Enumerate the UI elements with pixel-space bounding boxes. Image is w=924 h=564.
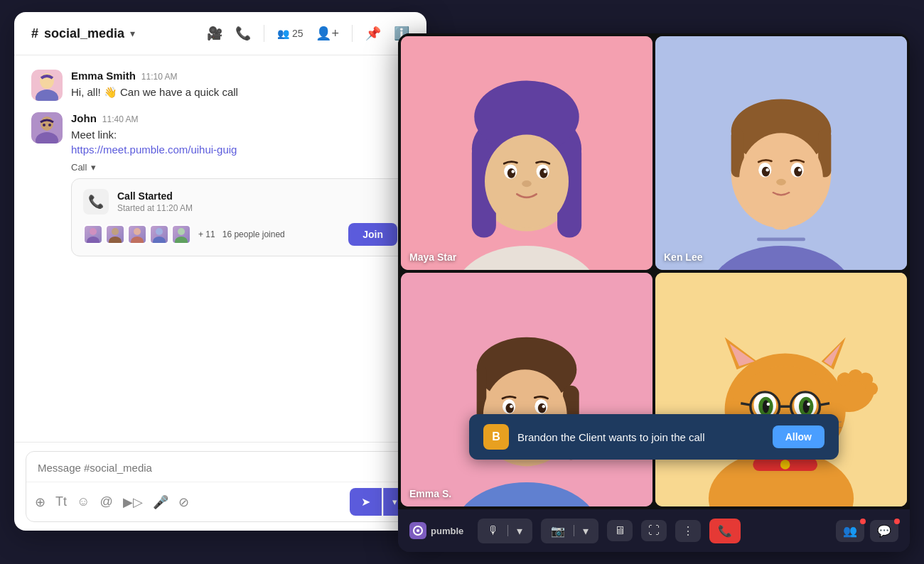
chat-header: # social_media ▾ 🎥 📞 👥 25 👤+ 📌 ℹ️ (14, 12, 426, 55)
channel-dropdown-icon[interactable]: ▾ (130, 28, 135, 39)
video-call-icon[interactable]: 🎥 (207, 26, 222, 41)
svg-point-14 (131, 237, 144, 243)
ctrl-right-icons: 👥 💬 (836, 520, 898, 542)
svg-point-8 (48, 124, 51, 126)
join-notification: B Brandon the Client wants to join the c… (469, 414, 839, 460)
svg-point-34 (522, 180, 532, 187)
john-message-content: John 11:40 AM Meet link: https://meet.pu… (71, 112, 409, 256)
emma-sender-name: Emma Smith (71, 70, 136, 82)
ken-label: Ken Lee (664, 251, 702, 263)
participants-badge (860, 519, 866, 524)
cat-tile-inner (655, 273, 907, 506)
emma-message-content: Emma Smith 11:10 AM Hi, all! 👋 Can we ha… (71, 70, 409, 101)
pin-icon[interactable]: 📌 (365, 26, 381, 41)
svg-point-82 (807, 403, 810, 406)
svg-point-45 (762, 167, 770, 177)
maya-tile-inner: Maya Star (401, 36, 652, 270)
add-icon[interactable]: ⊕ (35, 494, 45, 510)
svg-point-10 (87, 237, 100, 243)
gif-icon[interactable]: ▶▷ (123, 494, 143, 510)
header-divider2 (352, 25, 353, 42)
screen-share-button[interactable]: 🖥 (607, 520, 633, 541)
svg-point-79 (763, 400, 769, 413)
camera-divider (574, 525, 574, 536)
channel-name[interactable]: social_media (44, 26, 124, 41)
message-1: Emma Smith 11:10 AM Hi, all! 👋 Can we ha… (31, 70, 409, 101)
svg-point-7 (43, 124, 45, 126)
maya-label: Maya Star (409, 251, 456, 263)
call-info: Call Started Started at 11:20 AM (117, 190, 193, 213)
call-text: Call (71, 162, 87, 173)
mic-controls: 🎙 ▾ (478, 519, 532, 543)
svg-point-18 (175, 237, 188, 243)
participant-5 (171, 224, 191, 244)
emma-message-text: Hi, all! 👋 Can we have a quick call (71, 85, 409, 101)
expand-icon[interactable]: ⊘ (178, 494, 189, 510)
video-grid: Maya Star (398, 33, 910, 509)
svg-point-12 (109, 237, 122, 243)
more-options-button[interactable]: ⋮ (675, 520, 701, 542)
svg-point-31 (539, 168, 547, 178)
mic-icon[interactable]: 🎤 (153, 494, 168, 510)
svg-point-11 (112, 228, 119, 235)
mention-icon[interactable]: @ (100, 494, 112, 509)
participant-3 (127, 224, 147, 244)
meet-link[interactable]: https://meet.pumble.com/uihui-guig (71, 143, 237, 156)
svg-point-16 (153, 237, 166, 243)
brandon-avatar: B (483, 424, 509, 450)
svg-point-63 (538, 403, 546, 413)
svg-point-46 (794, 167, 802, 177)
members-number: 25 (292, 28, 303, 39)
add-member-icon[interactable]: 👤+ (316, 26, 339, 41)
camera-dropdown-button[interactable]: ▾ (579, 521, 593, 541)
john-avatar (31, 112, 63, 143)
call-label[interactable]: Call ▾ (71, 162, 409, 173)
emma-timestamp: 11:10 AM (141, 72, 178, 82)
emma2-label: Emma S. (409, 488, 451, 499)
call-phone-icon: 📞 (83, 189, 109, 215)
chat-panel: # social_media ▾ 🎥 📞 👥 25 👤+ 📌 ℹ️ (14, 12, 426, 531)
chat-badge (894, 519, 900, 524)
call-card-header: 📞 Call Started Started at 11:20 AM (83, 189, 397, 215)
svg-point-81 (767, 403, 770, 406)
svg-point-80 (803, 400, 810, 413)
end-call-button[interactable]: 📞 (709, 519, 741, 543)
pumble-label: pumble (431, 526, 463, 536)
brandon-avatar-letter: B (492, 430, 500, 443)
svg-point-15 (156, 228, 163, 235)
participant-avatars (83, 224, 191, 244)
people-joined: 16 people joined (222, 229, 342, 239)
channel-hash: # (31, 26, 38, 41)
header-left: # social_media ▾ (31, 26, 135, 41)
video-panel: Maya Star (398, 33, 910, 552)
mic-toggle-button[interactable]: 🎙 (483, 521, 503, 540)
video-tile-maya: Maya Star (401, 36, 652, 270)
join-call-button[interactable]: Join (348, 223, 397, 246)
svg-point-30 (507, 168, 515, 178)
call-section: Call ▾ 📞 Call Started Started at 11:20 A… (71, 162, 409, 256)
text-format-icon[interactable]: Tt (55, 494, 67, 509)
emma-tile-inner: Emma S. (401, 273, 652, 506)
messages-area: Emma Smith 11:10 AM Hi, all! 👋 Can we ha… (14, 55, 426, 442)
fullscreen-button[interactable]: ⛶ (641, 520, 667, 541)
mic-dropdown-button[interactable]: ▾ (512, 521, 527, 541)
members-count[interactable]: 👥 25 (277, 28, 303, 39)
allow-button[interactable]: Allow (773, 425, 824, 448)
svg-point-9 (90, 228, 97, 235)
send-button[interactable]: ➤ (350, 488, 382, 516)
svg-line-87 (820, 403, 829, 405)
camera-toggle-button[interactable]: 📷 (547, 521, 569, 541)
emoji-icon[interactable]: ☺ (77, 494, 90, 509)
call-chevron-icon: ▾ (91, 162, 96, 173)
john-timestamp: 11:40 AM (102, 114, 139, 124)
ken-tile-inner: Ken Lee (655, 36, 907, 270)
participant-4 (149, 224, 169, 244)
header-divider (264, 25, 264, 42)
phone-icon[interactable]: 📞 (235, 26, 251, 41)
chat-input-box: ⊕ Tt ☺ @ ▶▷ 🎤 ⊘ ➤ ▾ (26, 451, 415, 522)
svg-point-62 (506, 403, 514, 413)
chat-icon-badge: 💬 (870, 520, 898, 542)
svg-point-49 (776, 179, 786, 185)
message-input[interactable] (38, 462, 403, 474)
svg-line-86 (741, 403, 751, 405)
